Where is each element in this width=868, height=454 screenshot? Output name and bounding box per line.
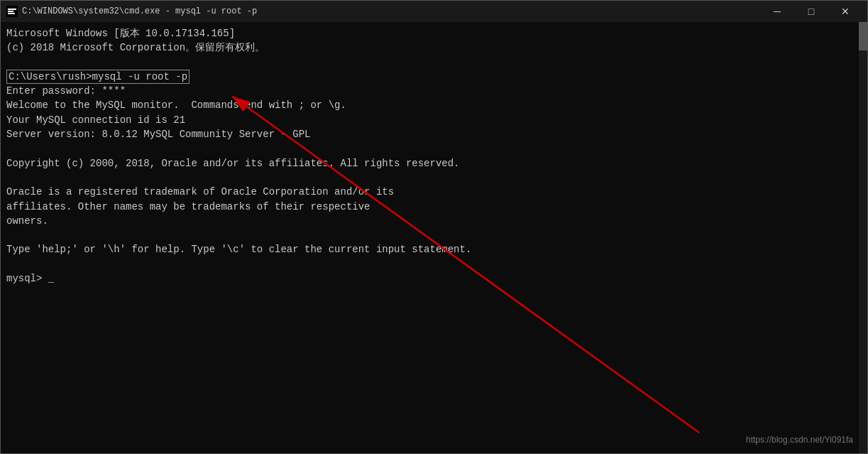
titlebar-icon — [6, 6, 18, 17]
command-highlight: C:\Users\rush>mysql -u root -p — [6, 70, 189, 84]
titlebar-buttons: ─ □ ✕ — [761, 1, 862, 22]
scrollbar-thumb[interactable] — [859, 22, 867, 50]
watermark: https://blog.csdn.net/Yi091fa — [746, 434, 853, 446]
scrollbar[interactable] — [859, 22, 867, 453]
close-button[interactable]: ✕ — [829, 1, 862, 22]
command-line: C:\Users\rush>mysql -u root -p — [6, 70, 189, 84]
titlebar-title: C:\WINDOWS\system32\cmd.exe - mysql -u r… — [22, 6, 761, 16]
minimize-button[interactable]: ─ — [761, 1, 793, 22]
cmd-window: C:\WINDOWS\system32\cmd.exe - mysql -u r… — [0, 0, 868, 454]
svg-rect-2 — [8, 11, 13, 12]
terminal-output: Microsoft Windows [版本 10.0.17134.165] (c… — [6, 26, 862, 286]
svg-rect-3 — [8, 13, 15, 14]
titlebar: C:\WINDOWS\system32\cmd.exe - mysql -u r… — [1, 1, 867, 22]
maximize-button[interactable]: □ — [795, 1, 828, 22]
terminal-body[interactable]: Microsoft Windows [版本 10.0.17134.165] (c… — [1, 22, 867, 453]
svg-rect-1 — [8, 9, 16, 10]
